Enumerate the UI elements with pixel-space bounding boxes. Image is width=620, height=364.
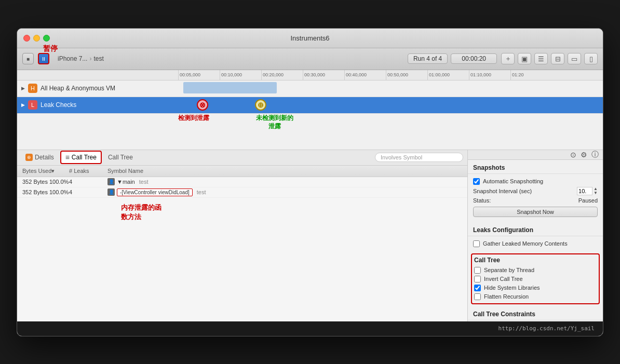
heap-bar [183,82,277,93]
row2-leaks-val: 4 [69,189,72,195]
header-leaks: # Leaks [69,168,105,174]
invert-call-tree-row: Invert Call Tree [474,275,597,284]
device-label: iPhone 7... [58,55,87,62]
separate-thread-row: Separate by Thread [474,266,597,275]
mem-method-annotation: 内存泄露的函数方法 [121,203,161,222]
leaks-icon: L [28,100,37,110]
search-symbol-input[interactable]: Involves Symbol [375,153,463,162]
heap-icon: H [28,84,37,93]
tick-5: 00:40,000 [344,70,386,80]
calltree-icon: ≡ [65,153,70,161]
ruler-ticks: 00:05,000 00:10,000 00:20,000 00:30,000 … [178,70,552,80]
info-icon[interactable]: ⓘ [591,150,599,159]
timeline-ruler: 00:05,000 00:10,000 00:20,000 00:30,000 … [17,70,603,80]
leak-marker-yellow: ⊕ [255,99,266,111]
view-icon4[interactable]: ▭ [568,53,581,64]
stepper-down[interactable]: ▼ [594,191,598,195]
tab-bar: ⊕ Details ≡ Call Tree Call Tree Involves… [17,150,467,166]
content-area: ⊕ Details ≡ Call Tree Call Tree Involves… [17,150,603,321]
view-icon5[interactable]: ▯ [584,53,598,64]
header-symbol: Symbol Name [105,168,467,174]
row2-symbol: 👤 -[ViewController viewDidLoad] test [105,188,467,196]
table-row-2[interactable]: 352 Bytes 100.0% 4 👤 -[ViewController vi… [17,187,467,198]
target-label: test [93,55,103,62]
toolbar: ■ ⏸ 暂停 iPhone 7... › test Run 4 of 4 00:… [17,48,603,70]
expand-icon[interactable]: ▶ [21,86,25,91]
auto-snapshot-checkbox[interactable] [473,178,480,185]
snapshots-content: Automatic Snapshotting Snapshot Interval… [468,174,603,222]
call-tree-section: Call Tree Separate by Thread Invert Call… [471,253,600,304]
mem-annotation-area: 内存泄露的函数方法 [17,198,467,239]
header-bytes: Bytes Used▾ [17,168,69,174]
settings-icon[interactable]: ⚙ [581,151,587,159]
leak-annotation-area: 检测到泄露 未检测到新的泄露 [17,114,603,150]
view-icon2[interactable]: ☰ [534,53,548,64]
row1-bytes: 352 Bytes 100.0% [17,179,69,185]
hide-system-checkbox[interactable] [474,285,481,291]
table-row[interactable]: 352 Bytes 100.0% 4 👤 ▼main test [17,177,467,187]
no-detect-annotation: 未检测到新的泄露 [256,114,293,131]
search-area: Involves Symbol [375,153,463,162]
heap-track [178,80,603,97]
row2-bytes-val: 352 Bytes [22,189,48,195]
invert-call-tree-checkbox[interactable] [474,276,481,282]
tick-2: 00:10,000 [220,70,261,80]
interval-input[interactable] [577,187,592,195]
row1-symbol-val: ▼main [117,179,135,185]
gather-leaked-checkbox[interactable] [473,240,480,247]
tick-6: 00:50,000 [386,70,427,80]
separate-thread-checkbox[interactable] [474,267,481,274]
snapshot-now-button[interactable]: Snapshot Now [473,207,598,217]
table-header: Bytes Used▾ # Leaks Symbol Name [17,166,467,177]
back-icon[interactable]: ⊙ [570,151,576,159]
row2-method-badge: -[ViewController viewDidLoad] [117,188,193,196]
fullscreen-button[interactable] [43,35,50,42]
heap-row[interactable]: ▶ H All Heap & Anonymous VM [17,80,603,97]
calltree2-label: Call Tree [108,154,133,161]
constraints-content: # Leaks ∞ Bytes ∞ [468,320,603,321]
row1-leaks: 4 [69,179,105,185]
tab-details-label: Details [35,154,54,161]
leak-yellow-icon: ⊕ [258,101,264,109]
row1-symbol: 👤 ▼main test [105,178,467,185]
tab-details[interactable]: ⊕ Details [21,152,58,163]
heap-name: All Heap & Anonymous VM [41,85,115,92]
minimize-button[interactable] [33,35,40,42]
user-icon-2: 👤 [107,188,115,196]
close-button[interactable] [23,35,30,42]
interval-label: Snapshot Interval (sec) [473,188,532,194]
view-icon3[interactable]: ⊟ [551,53,564,64]
tick-8: 01:10,000 [469,70,510,80]
interval-stepper[interactable]: ▲ ▼ [594,187,598,195]
invert-call-tree-label: Invert Call Tree [484,276,523,282]
flatten-recursion-row: Flatten Recursion [474,292,597,301]
tick-4: 00:30,000 [303,70,344,80]
run-info: Run 4 of 4 00:00:20 [408,53,497,64]
flatten-recursion-checkbox[interactable] [474,293,481,300]
row2-target: test [197,189,206,195]
tab-calltree-label: Call Tree [72,154,97,161]
leaks-row[interactable]: ▶ L Leak Checks ⊗ ⊕ [17,97,603,114]
stop-button[interactable]: ■ [22,53,34,64]
gather-leaked-label: Gather Leaked Memory Contents [483,240,568,247]
view-icon1[interactable]: ▣ [518,53,531,64]
add-button[interactable]: ＋ [501,53,515,64]
right-panel: ⊙ ⚙ ⓘ Snapshots Automatic Snapshotting S… [468,150,603,321]
stop-icon: ■ [26,56,30,62]
leaks-track: ⊗ ⊕ [178,97,603,113]
row2-bytes: 352 Bytes 100.0% [17,189,69,195]
status-row: Status: Paused [473,196,598,205]
auto-snapshot-row: Automatic Snapshotting [473,177,598,186]
gather-leaked-row: Gather Leaked Memory Contents [473,239,598,248]
leaks-expand-icon[interactable]: ▶ [21,102,25,107]
call-tree-section-title: Call Tree [474,257,597,264]
flatten-recursion-label: Flatten Recursion [484,293,529,300]
tab-call-tree-2[interactable]: Call Tree [104,152,137,163]
pause-annotation: 暂停 [43,44,58,53]
toolbar-right: ＋ ▣ ☰ ⊟ ▭ ▯ [501,53,598,64]
hide-system-label: Hide System Libraries [484,285,540,291]
tab-call-tree-1[interactable]: ≡ Call Tree [60,151,102,164]
run-badge: Run 4 of 4 [408,53,448,64]
detect-leak-annotation: 检测到泄露 [178,114,209,123]
pause-button[interactable]: ⏸ [38,53,49,64]
